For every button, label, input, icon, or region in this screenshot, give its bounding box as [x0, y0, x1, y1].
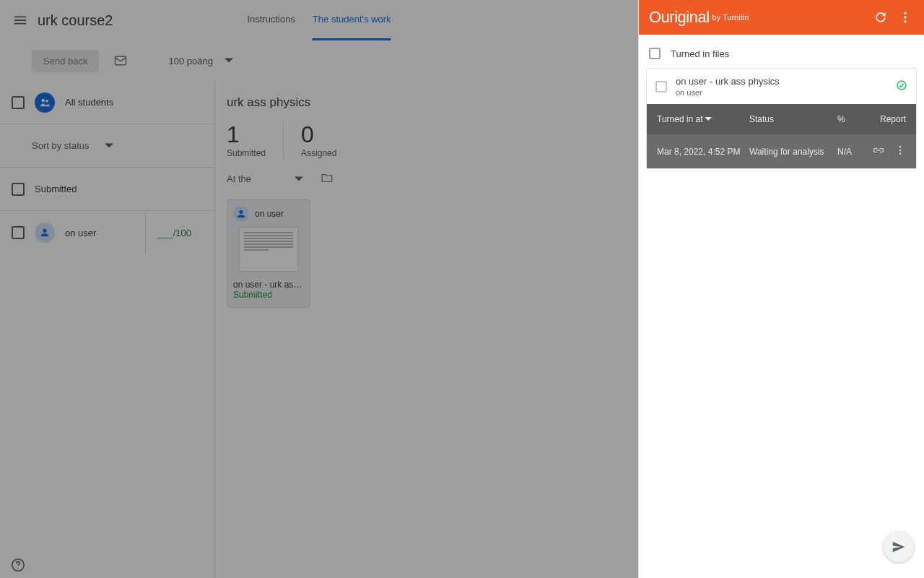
- help-icon[interactable]: [10, 557, 26, 575]
- send-fab[interactable]: [884, 532, 914, 562]
- points-label: 100 poäng: [168, 56, 212, 66]
- student-avatar-icon: [35, 223, 55, 243]
- page-title: urk course2: [38, 12, 113, 29]
- svg-point-2: [45, 99, 48, 102]
- file-user: on user: [676, 88, 887, 97]
- arrow-down-icon: [705, 116, 712, 123]
- row-more-icon[interactable]: [894, 144, 906, 158]
- svg-point-3: [43, 229, 46, 233]
- svg-rect-0: [116, 56, 126, 65]
- file-name[interactable]: on user - urk ass physics: [676, 76, 887, 87]
- card-status: Submitted: [233, 290, 304, 300]
- filter-dropdown[interactable]: At the: [227, 173, 303, 184]
- file-table-header: Turned in at Status % Report: [647, 104, 916, 134]
- submission-card[interactable]: on user on user - urk ass physi... Submi…: [227, 199, 310, 308]
- cell-status: Waiting for analysis: [749, 147, 837, 157]
- refresh-icon[interactable]: [872, 9, 889, 26]
- mail-icon[interactable]: [108, 48, 134, 74]
- file-table-row: Mar 8, 2022, 4:52 PM Waiting for analysi…: [647, 134, 916, 168]
- assignment-title: urk ass physics: [227, 95, 627, 110]
- menu-icon[interactable]: [6, 6, 35, 35]
- more-icon[interactable]: [897, 9, 914, 26]
- svg-point-9: [904, 20, 906, 22]
- brand-tag: by Turnitin: [712, 13, 749, 22]
- doc-thumbnail: [240, 228, 297, 271]
- card-author: on user: [255, 209, 284, 219]
- all-students-label[interactable]: All students: [65, 97, 113, 108]
- file-checkbox[interactable]: [655, 81, 667, 92]
- col-percent[interactable]: %: [837, 114, 862, 124]
- send-back-button[interactable]: Send back: [32, 50, 99, 72]
- assigned-count: 0: [301, 121, 336, 148]
- tab-student-work[interactable]: The student's work: [313, 0, 391, 40]
- cell-percent: N/A: [837, 147, 862, 157]
- group-checkbox[interactable]: [12, 183, 25, 196]
- student-checkbox[interactable]: [12, 226, 25, 239]
- col-status[interactable]: Status: [749, 114, 837, 124]
- ouriginal-panel: Ouriginal by Turnitin Turned in files on…: [638, 0, 924, 578]
- turned-in-files-label: Turned in files: [671, 48, 729, 59]
- svg-point-1: [42, 98, 45, 102]
- svg-point-10: [897, 81, 906, 90]
- cell-date: Mar 8, 2022, 4:52 PM: [657, 147, 749, 157]
- group-avatar-icon: [35, 92, 55, 113]
- student-name[interactable]: on user: [65, 228, 96, 238]
- grade-cell[interactable]: ___/100: [145, 211, 203, 254]
- group-label: Submitted: [35, 184, 77, 194]
- sort-by-status[interactable]: Sort by status: [0, 124, 214, 168]
- tab-instructions[interactable]: Instructions: [247, 0, 295, 40]
- turned-in-files-checkbox[interactable]: [649, 48, 661, 59]
- svg-point-11: [899, 146, 902, 148]
- svg-point-6: [17, 568, 18, 569]
- link-icon[interactable]: [873, 144, 884, 158]
- submitted-count: 1: [227, 121, 266, 148]
- sort-label: Sort by status: [32, 140, 89, 151]
- col-turned-in-at[interactable]: Turned in at: [657, 114, 749, 124]
- svg-point-7: [904, 12, 906, 14]
- col-report[interactable]: Report: [862, 114, 906, 124]
- svg-point-13: [899, 152, 902, 155]
- points-dropdown[interactable]: 100 poäng: [168, 56, 232, 66]
- assigned-label: Assigned: [301, 148, 336, 158]
- svg-point-8: [904, 16, 906, 18]
- brand-logo: Ouriginal: [649, 8, 710, 27]
- file-card: on user - urk ass physics on user Turned…: [646, 68, 917, 169]
- all-students-checkbox[interactable]: [12, 96, 25, 109]
- svg-point-12: [899, 150, 902, 152]
- submitted-label: Submitted: [227, 148, 266, 158]
- check-circle-icon: [896, 79, 907, 93]
- card-avatar-icon: [233, 206, 249, 222]
- svg-point-4: [239, 210, 243, 214]
- folder-icon[interactable]: [321, 171, 334, 186]
- card-filename: on user - urk ass physi...: [233, 280, 304, 290]
